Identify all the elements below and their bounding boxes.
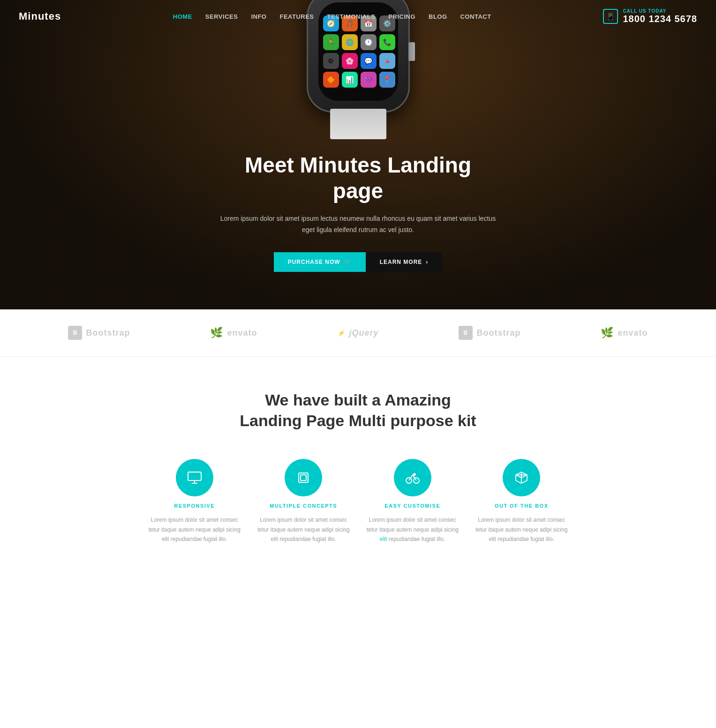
bootstrap-label-1: Bootstrap bbox=[86, 328, 130, 338]
feature-outofbox: OUT OF THE BOX Lorem ipsum dolor sit ame… bbox=[474, 459, 569, 544]
nav-phone: 📱 CALL US TODAY 1800 1234 5678 bbox=[603, 8, 697, 24]
app-icon-app2: 📊 bbox=[342, 72, 358, 88]
logo-jquery: ⚡ jQuery bbox=[337, 328, 378, 338]
phone-number: 1800 1234 5678 bbox=[623, 14, 697, 24]
outofbox-desc: Lorem ipsum dolor sit amet consec tetur … bbox=[474, 515, 569, 544]
purchase-now-button[interactable]: PURCHASE NOW 🛒 bbox=[274, 252, 366, 272]
envato-icon-1: 🌿 bbox=[210, 327, 223, 339]
cart-icon: 🛒 bbox=[344, 259, 352, 265]
feature-responsive: RESPONSIVE Lorem ipsum dolor sit amet co… bbox=[147, 459, 242, 544]
nav-blog[interactable]: BLOG bbox=[429, 13, 447, 20]
nav-info[interactable]: INFO bbox=[251, 13, 266, 20]
app-icon-activity: 🏃 bbox=[323, 34, 339, 50]
monitor-icon bbox=[186, 469, 203, 486]
envato-icon-2: 🌿 bbox=[601, 327, 614, 339]
svg-rect-4 bbox=[301, 475, 306, 480]
hero-section: 🧭 🎵 📅 ⚙️ 🏃 🌐 🕐 📞 ⚙ 🌸 💬 🔺 🔶 📊 💜 📍 bbox=[0, 0, 716, 309]
svg-point-7 bbox=[414, 473, 415, 475]
nav-home[interactable]: HOME bbox=[173, 13, 192, 20]
features-grid: RESPONSIVE Lorem ipsum dolor sit amet co… bbox=[147, 459, 569, 544]
concepts-desc: Lorem ipsum dolor sit amet consec tetur … bbox=[256, 515, 351, 544]
phone-label: CALL US TODAY bbox=[623, 8, 697, 14]
customise-desc: Lorem ipsum dolor sit amet consec tetur … bbox=[365, 515, 460, 544]
box-icon bbox=[513, 469, 530, 486]
customise-icon-circle bbox=[394, 459, 431, 496]
responsive-desc: Lorem ipsum dolor sit amet consec tetur … bbox=[147, 515, 242, 544]
logos-section: B Bootstrap 🌿 envato ⚡ jQuery B Bootstra… bbox=[0, 309, 716, 357]
envato-label-1: envato bbox=[227, 328, 257, 338]
hero-title: Meet Minutes Landing page bbox=[218, 152, 499, 204]
watch-band-bottom bbox=[330, 109, 386, 139]
logo-bootstrap-2: B Bootstrap bbox=[459, 326, 520, 340]
outofbox-label: OUT OF THE BOX bbox=[495, 503, 549, 509]
app-icon-messages: 💬 bbox=[361, 53, 377, 69]
nav-features[interactable]: FEATURES bbox=[279, 13, 314, 20]
hero-buttons: PURCHASE NOW 🛒 LEARN MORE › bbox=[218, 252, 499, 272]
responsive-icon-circle bbox=[176, 459, 213, 496]
logo-envato-2: 🌿 envato bbox=[601, 327, 648, 339]
jquery-icon: ⚡ bbox=[337, 330, 345, 337]
layers-icon bbox=[295, 469, 312, 486]
responsive-label: RESPONSIVE bbox=[174, 503, 215, 509]
bike-icon bbox=[404, 469, 421, 486]
logo-envato-1: 🌿 envato bbox=[210, 327, 257, 339]
features-section: We have built a AmazingLanding Page Mult… bbox=[0, 357, 716, 577]
hero-subtitle: Lorem ipsum dolor sit amet ipsum lectus … bbox=[218, 213, 499, 236]
svg-rect-0 bbox=[188, 472, 201, 480]
learn-more-button[interactable]: LEARN MORE › bbox=[366, 252, 443, 272]
app-icon-globe: 🌐 bbox=[342, 34, 358, 50]
nav-testimonials[interactable]: TESTIMONIALS bbox=[327, 13, 376, 20]
nav-pricing[interactable]: PRICING bbox=[388, 13, 415, 20]
highlight-text: elit bbox=[380, 536, 387, 542]
jquery-label: jQuery bbox=[349, 328, 378, 338]
nav-links: HOME SERVICES INFO FEATURES TESTIMONIALS… bbox=[173, 12, 491, 21]
bootstrap-icon-2: B bbox=[459, 326, 473, 340]
app-icon-app3: 💜 bbox=[361, 72, 377, 88]
feature-customise: EASY CUSTOMISE Lorem ipsum dolor sit ame… bbox=[365, 459, 460, 544]
features-title: We have built a AmazingLanding Page Mult… bbox=[28, 390, 688, 431]
feature-concepts: MULTIPLE CONCEPTS Lorem ipsum dolor sit … bbox=[256, 459, 351, 544]
concepts-icon-circle bbox=[285, 459, 322, 496]
app-icon-nav: 🔺 bbox=[379, 53, 395, 69]
brand-logo[interactable]: Minutes bbox=[19, 10, 61, 23]
bootstrap-label-2: Bootstrap bbox=[476, 328, 520, 338]
watch-crown bbox=[408, 42, 415, 61]
app-icon-clock: 🕐 bbox=[361, 34, 377, 50]
phone-icon: 📱 bbox=[603, 9, 618, 24]
learn-label: LEARN MORE bbox=[380, 259, 422, 265]
logo-bootstrap-1: B Bootstrap bbox=[68, 326, 130, 340]
customise-label: EASY CUSTOMISE bbox=[384, 503, 440, 509]
envato-label-2: envato bbox=[618, 328, 648, 338]
nav-contact[interactable]: CONTACT bbox=[460, 13, 491, 20]
hero-content: Meet Minutes Landing page Lorem ipsum do… bbox=[218, 152, 499, 272]
app-icon-photos: 🌸 bbox=[342, 53, 358, 69]
app-icon-app1: 🔶 bbox=[323, 72, 339, 88]
concepts-label: MULTIPLE CONCEPTS bbox=[270, 503, 337, 509]
app-icon-settings: ⚙ bbox=[323, 53, 339, 69]
app-icon-phone: 📞 bbox=[379, 34, 395, 50]
outofbox-icon-circle bbox=[503, 459, 540, 496]
bootstrap-icon-1: B bbox=[68, 326, 82, 340]
navbar: Minutes HOME SERVICES INFO FEATURES TEST… bbox=[0, 0, 716, 33]
app-icon-app4: 📍 bbox=[379, 72, 395, 88]
purchase-label: PURCHASE NOW bbox=[288, 259, 340, 265]
phone-text: CALL US TODAY 1800 1234 5678 bbox=[623, 8, 697, 24]
chevron-right-icon: › bbox=[426, 259, 428, 265]
nav-services[interactable]: SERVICES bbox=[205, 13, 238, 20]
